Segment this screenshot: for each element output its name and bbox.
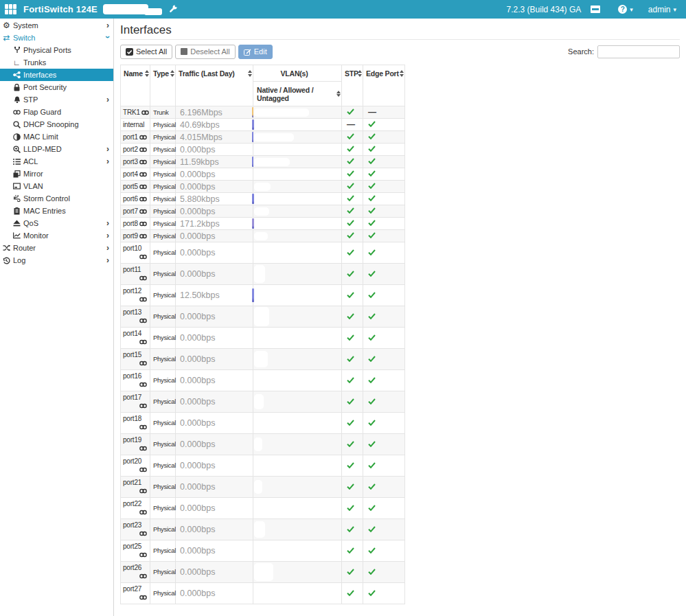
sidebar-item-acl[interactable]: ACL› xyxy=(0,155,113,168)
col-header-name[interactable]: Name xyxy=(121,65,150,106)
cell-vlans xyxy=(253,181,342,193)
table-row-port2[interactable]: port2 Physical0.000bps xyxy=(121,144,405,156)
cell-vlans xyxy=(253,583,342,604)
col-header-stp[interactable]: STP xyxy=(342,65,363,106)
sidebar-item-vlan[interactable]: VLAN xyxy=(0,180,113,192)
check-icon xyxy=(347,219,354,227)
check-icon xyxy=(368,182,376,190)
deselect-all-button[interactable]: Deselect All xyxy=(175,45,235,59)
cell-type: Physical xyxy=(150,264,176,285)
sidebar-item-port-security[interactable]: Port Security xyxy=(0,81,113,93)
cell-vlans xyxy=(253,230,342,242)
col-header-edge-port[interactable]: Edge Port xyxy=(363,65,405,106)
col-subheader[interactable]: Native / Allowed / Untagged xyxy=(253,82,342,106)
chevron-right-icon: › xyxy=(106,231,109,240)
sidebar-item-router[interactable]: Router› xyxy=(0,242,113,254)
sidebar-item-trunks[interactable]: ∟Trunks xyxy=(0,56,113,69)
cell-traffic: 0.000bps xyxy=(176,349,253,370)
sidebar-item-qos[interactable]: QoS› xyxy=(0,217,113,229)
redaction-blob xyxy=(254,480,262,494)
table-row-port21[interactable]: port21Physical0.000bps xyxy=(121,477,405,498)
table-row-internal[interactable]: internalPhysical40.69kbps— xyxy=(121,119,405,131)
table-row-port23[interactable]: port23Physical0.000bps xyxy=(121,519,405,540)
table-row-port15[interactable]: port15Physical0.000bps xyxy=(121,349,405,370)
sidebar-item-stp[interactable]: STP› xyxy=(0,93,113,106)
table-row-port19[interactable]: port19Physical0.000bps xyxy=(121,434,405,455)
link-icon xyxy=(123,402,148,410)
redaction-blob xyxy=(254,563,273,581)
select-all-button[interactable]: Select All xyxy=(120,45,172,59)
cell-edge-port xyxy=(363,285,405,306)
search-input[interactable] xyxy=(597,45,680,58)
redaction-blob xyxy=(254,394,264,409)
cell-type: Physical xyxy=(150,519,176,540)
table-row-port22[interactable]: port22Physical0.000bps xyxy=(121,498,405,519)
link-icon xyxy=(123,274,148,282)
table-row-port4[interactable]: port4 Physical0.000bps xyxy=(121,168,405,181)
check-icon xyxy=(368,334,376,342)
table-row-port1[interactable]: port1 Physical4.015Mbps xyxy=(121,131,405,144)
sidebar-item-mac-entries[interactable]: MAC Entries xyxy=(0,205,113,217)
redaction-blob xyxy=(254,109,309,117)
magnifier-plus-icon xyxy=(13,146,21,153)
table-row-port20[interactable]: port20Physical0.000bps xyxy=(121,455,405,477)
save-config-icon[interactable] xyxy=(591,5,600,13)
sort-icon[interactable] xyxy=(247,69,252,78)
cell-name: TRK1 xyxy=(121,106,150,119)
storm-icon xyxy=(13,195,21,202)
edit-button[interactable]: Edit xyxy=(238,45,273,59)
table-row-port17[interactable]: port17Physical0.000bps xyxy=(121,391,405,413)
sidebar-item-lldp-med[interactable]: LLDP-MED› xyxy=(0,143,113,155)
sidebar-item-physical-ports[interactable]: Physical Ports xyxy=(0,44,113,56)
check-icon xyxy=(368,157,376,166)
table-row-port25[interactable]: port25Physical0.000bps xyxy=(121,540,405,562)
col-header-traffic-last-day-[interactable]: Traffic (Last Day) xyxy=(176,65,253,106)
sidebar-item-interfaces[interactable]: Interfaces xyxy=(0,69,113,81)
table-row-port10[interactable]: port10Physical0.000bps xyxy=(121,242,405,264)
sidebar-item-storm-control[interactable]: Storm Control xyxy=(0,192,113,205)
sort-icon[interactable] xyxy=(170,69,174,78)
table-row-port26[interactable]: port26Physical0.000bps xyxy=(121,562,405,583)
table-row-port14[interactable]: port14Physical0.000bps xyxy=(121,328,405,349)
cell-stp xyxy=(342,242,363,264)
sort-icon[interactable] xyxy=(399,69,404,78)
sort-icon[interactable] xyxy=(357,69,362,78)
sort-icon[interactable] xyxy=(144,69,149,78)
sidebar-item-switch[interactable]: ⇄Switch› xyxy=(0,32,113,44)
cell-edge-port xyxy=(363,434,405,455)
wrench-icon[interactable] xyxy=(169,3,178,16)
cell-edge-port xyxy=(363,306,405,328)
table-row-port27[interactable]: port27Physical0.000bps xyxy=(121,583,405,604)
table-row-port7[interactable]: port7 Physical0.000bps xyxy=(121,205,405,218)
col-header-type[interactable]: Type xyxy=(150,65,176,106)
help-menu[interactable]: ? ▾ xyxy=(618,5,633,14)
sidebar-item-mirror[interactable]: Mirror xyxy=(0,168,113,180)
table-row-port18[interactable]: port18Physical0.000bps xyxy=(121,413,405,434)
redaction-blob xyxy=(254,183,271,191)
table-row-port8[interactable]: port8 Physical171.2kbps xyxy=(121,218,405,230)
sidebar-item-log[interactable]: Log› xyxy=(0,254,113,266)
cell-type: Physical xyxy=(150,477,176,498)
cell-name: port8 xyxy=(121,218,150,230)
table-row-port9[interactable]: port9 Physical0.000bps xyxy=(121,230,405,242)
link-icon xyxy=(123,253,148,261)
table-row-port11[interactable]: port11Physical0.000bps xyxy=(121,264,405,285)
table-row-port16[interactable]: port16Physical0.000bps xyxy=(121,370,405,391)
table-row-port3[interactable]: port3 Physical11.59kbps xyxy=(121,156,405,168)
check-icon xyxy=(368,568,376,576)
switch-arrows-icon: ⇄ xyxy=(3,33,10,43)
sort-icon[interactable] xyxy=(336,90,341,98)
sidebar-item-monitor[interactable]: Monitor› xyxy=(0,229,113,242)
table-row-port5[interactable]: port5 Physical0.000bps xyxy=(121,181,405,193)
admin-menu[interactable]: admin ▾ xyxy=(648,5,676,14)
table-row-TRK1[interactable]: TRK1 Trunk6.196Mbps— xyxy=(121,106,405,119)
link-icon xyxy=(139,220,147,227)
sidebar-item-flap-guard[interactable]: Flap Guard xyxy=(0,106,113,118)
sidebar-item-mac-limit[interactable]: MAC Limit xyxy=(0,130,113,143)
sidebar-item-dhcp-snooping[interactable]: DHCP Snooping xyxy=(0,118,113,130)
sidebar-item-system[interactable]: ⚙System› xyxy=(0,19,113,32)
table-row-port12[interactable]: port12Physical12.50kbps xyxy=(121,285,405,306)
table-row-port6[interactable]: port6 Physical5.880kbps xyxy=(121,193,405,205)
cell-stp xyxy=(342,230,363,242)
table-row-port13[interactable]: port13Physical0.000bps xyxy=(121,306,405,328)
